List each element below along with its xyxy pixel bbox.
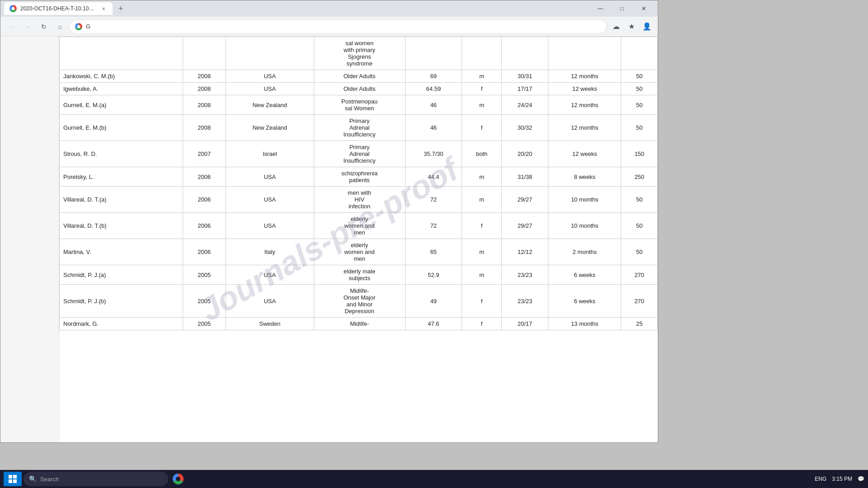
table-cell-age: 44.4: [405, 167, 462, 187]
table-cell-sex: m: [462, 95, 502, 115]
table-cell-population: elderlywomen andmen: [314, 239, 405, 265]
table-cell-population: Older Adults: [314, 70, 405, 83]
table-cell-author: Gurnell, E. M.(b): [60, 115, 183, 141]
table-cell-author: Schmidt, P. J.(a): [60, 265, 183, 285]
table-cell-year: 2007: [183, 141, 226, 167]
bookmark-button[interactable]: ★: [624, 19, 639, 34]
table-cell-ntc: 12/12: [502, 239, 548, 265]
table-cell-sex: m: [462, 239, 502, 265]
table-cell-population: Midlife-Onset Majorand MinorDepression: [314, 285, 405, 318]
table-row: Gurnell, E. M.(b) 2008 New Zealand Prima…: [60, 115, 658, 141]
table-row: Poretsky, L. 2006 USA schizophreniapatie…: [60, 167, 658, 187]
table-cell-dose: 50: [621, 187, 658, 213]
left-sidebar: A: [0, 37, 59, 442]
table-cell-duration: 12 months: [548, 95, 621, 115]
sidebar-label: A: [0, 238, 1, 241]
window-controls: — □ ✕: [590, 0, 654, 17]
address-favicon: [75, 23, 82, 30]
table-cell-dose: 250: [621, 167, 658, 187]
table-cell-dose: 150: [621, 141, 658, 167]
page-content: A Journals-pre-proof sal womenwith prima…: [0, 37, 658, 442]
table-row: Martina, V. 2006 Italy elderlywomen andm…: [60, 239, 658, 265]
extensions-button[interactable]: ☁: [609, 19, 623, 34]
table-cell-year: [183, 37, 226, 70]
table-row: Villareal, D. T.(b) 2006 USA elderlywome…: [60, 213, 658, 239]
table-cell-author: Gurnell, E. M.(a): [60, 95, 183, 115]
taskbar: 🔍 Search ENG 3:15 PM 💬: [0, 470, 868, 488]
table-cell-year: 2006: [183, 187, 226, 213]
browser-toolbar: ← → ↻ ⌂ G ☁ ★ 👤: [0, 17, 658, 37]
table-cell-author: [60, 37, 183, 70]
notification-icon[interactable]: 💬: [858, 476, 864, 482]
forward-button[interactable]: →: [20, 19, 35, 34]
table-cell-dose: 50: [621, 95, 658, 115]
table-row: Schmidt, P. J.(a) 2005 USA elderly males…: [60, 265, 658, 285]
browser-tab[interactable]: 2020-OCT16-DHEA-T-10.1016@... ✕: [4, 2, 113, 15]
browser-window: 2020-OCT16-DHEA-T-10.1016@... ✕ + — □ ✕ …: [0, 0, 658, 443]
table-cell-ntc: 17/17: [502, 83, 548, 95]
table-cell-population: elderly malesubjects: [314, 265, 405, 285]
table-cell-population: elderlywomen andmen: [314, 213, 405, 239]
close-button[interactable]: ✕: [633, 0, 654, 17]
table-cell-country: Sweden: [226, 318, 314, 330]
table-cell-duration: 12 months: [548, 70, 621, 83]
table-cell-population: Postmenopausal Women: [314, 95, 405, 115]
table-cell-sex: m: [462, 70, 502, 83]
table-cell-dose: 25: [621, 318, 658, 330]
taskbar-language: ENG: [815, 476, 826, 482]
table-cell-age: 69: [405, 70, 462, 83]
table-cell-year: 2005: [183, 318, 226, 330]
taskbar-search[interactable]: 🔍 Search: [24, 472, 168, 486]
table-cell-year: 2005: [183, 265, 226, 285]
table-cell-sex: f: [462, 83, 502, 95]
table-cell-population: Midlife-: [314, 318, 405, 330]
data-table: sal womenwith primarySjogrenssyndrome Ja…: [59, 37, 658, 330]
table-cell-sex: m: [462, 187, 502, 213]
table-cell-author: Villareal, D. T.(b): [60, 213, 183, 239]
back-button[interactable]: ←: [4, 19, 19, 34]
table-cell-duration: 6 weeks: [548, 265, 621, 285]
table-cell-duration: 6 weeks: [548, 285, 621, 318]
table-row: Jankowski, C. M.(b) 2008 USA Older Adult…: [60, 70, 658, 83]
windows-logo-icon: [9, 475, 17, 483]
table-cell-ntc: 20/20: [502, 141, 548, 167]
table-cell-year: 2006: [183, 213, 226, 239]
tab-close-button[interactable]: ✕: [100, 5, 107, 12]
taskbar-chrome-icon[interactable]: [170, 472, 186, 486]
table-cell-duration: 13 months: [548, 318, 621, 330]
profile-button[interactable]: 👤: [640, 19, 654, 34]
minimize-button[interactable]: —: [590, 0, 611, 17]
table-cell-sex: m: [462, 167, 502, 187]
table-cell-ntc: 23/23: [502, 265, 548, 285]
reload-button[interactable]: ↻: [37, 19, 51, 34]
table-cell-author: Igwebuike, A.: [60, 83, 183, 95]
table-cell-ntc: [502, 37, 548, 70]
table-cell-country: [226, 37, 314, 70]
address-bar[interactable]: G: [69, 19, 607, 34]
table-cell-ntc: 20/17: [502, 318, 548, 330]
maximize-button[interactable]: □: [612, 0, 632, 17]
table-cell-population: schizophreniapatients: [314, 167, 405, 187]
table-cell-country: USA: [226, 167, 314, 187]
table-row: sal womenwith primarySjogrenssyndrome: [60, 37, 658, 70]
table-cell-population: PrimaryAdrenalInsufficiency: [314, 141, 405, 167]
table-cell-sex: m: [462, 265, 502, 285]
home-button[interactable]: ⌂: [53, 19, 67, 34]
table-cell-dose: 50: [621, 70, 658, 83]
table-cell-country: USA: [226, 70, 314, 83]
table-cell-age: 72: [405, 187, 462, 213]
chrome-logo-icon: [173, 474, 184, 484]
tab-title: 2020-OCT16-DHEA-T-10.1016@...: [20, 5, 96, 12]
table-cell-duration: 2 months: [548, 239, 621, 265]
table-cell-author: Jankowski, C. M.(b): [60, 70, 183, 83]
table-row: Igwebuike, A. 2008 USA Older Adults 64.5…: [60, 83, 658, 95]
table-cell-year: 2005: [183, 285, 226, 318]
table-cell-population: Older Adults: [314, 83, 405, 95]
main-content[interactable]: Journals-pre-proof sal womenwith primary…: [59, 37, 658, 442]
new-tab-button[interactable]: +: [114, 2, 127, 15]
start-button[interactable]: [4, 472, 22, 486]
table-cell-country: New Zealand: [226, 115, 314, 141]
table-cell-year: 2006: [183, 239, 226, 265]
table-cell-duration: 10 months: [548, 213, 621, 239]
table-cell-duration: 12 weeks: [548, 141, 621, 167]
